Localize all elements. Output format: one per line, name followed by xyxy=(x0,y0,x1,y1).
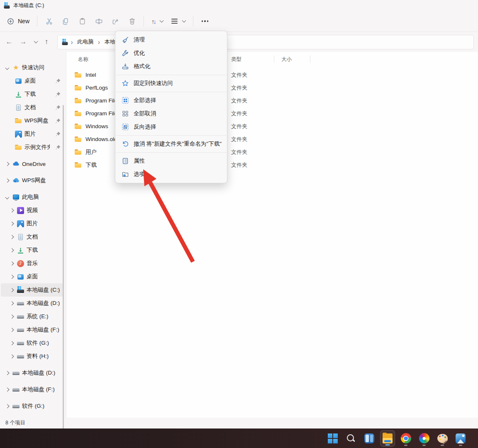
sidebar-item-data-h[interactable]: 资料 (H:) xyxy=(1,350,63,363)
paste-icon xyxy=(78,17,86,25)
star-gold-icon xyxy=(12,64,20,71)
rename-button[interactable] xyxy=(90,14,107,28)
column-divider[interactable] xyxy=(274,56,274,63)
menu-item-select-all[interactable]: 全部选择 xyxy=(117,94,225,107)
chevron-right-icon[interactable] xyxy=(9,314,15,319)
photos-button[interactable] xyxy=(453,430,468,447)
chevron-right-icon[interactable] xyxy=(4,178,10,183)
new-button[interactable]: New xyxy=(2,15,34,28)
sidebar-item-local-disk-f[interactable]: 本地磁盘 (F:) xyxy=(1,323,63,336)
download-icon xyxy=(17,247,24,254)
pin-icon xyxy=(55,91,61,97)
column-header-size[interactable]: 大小 xyxy=(281,56,292,63)
new-button-label: New xyxy=(18,18,29,24)
pin-icon xyxy=(55,78,61,84)
sidebar-item-pictures[interactable]: 图片 xyxy=(1,217,63,230)
file-explorer-button[interactable] xyxy=(380,430,395,447)
color-wheel-browser-button[interactable] xyxy=(417,430,432,447)
sidebar-item-documents[interactable]: 文档 xyxy=(1,230,63,243)
recent-locations-button[interactable] xyxy=(31,35,39,49)
sidebar-item-local-disk-f-root[interactable]: 本地磁盘 (F:) xyxy=(1,383,63,396)
monitor-icon xyxy=(12,194,20,201)
copy-button[interactable] xyxy=(57,14,74,28)
video-icon xyxy=(17,207,24,214)
paint-button[interactable] xyxy=(435,430,450,447)
up-button[interactable]: ↑ xyxy=(40,35,53,49)
chevron-right-icon[interactable] xyxy=(4,370,10,376)
sidebar-item-documents-pinned[interactable]: 文档 xyxy=(1,101,63,114)
more-button[interactable] xyxy=(197,14,213,28)
widgets-button[interactable] xyxy=(362,430,377,447)
column-divider[interactable] xyxy=(310,56,310,63)
menu-item-format[interactable]: 格式化 xyxy=(117,60,225,73)
chevron-right-icon[interactable] xyxy=(9,327,15,333)
sidebar-item-this-pc[interactable]: 此电脑 xyxy=(1,190,63,204)
breadcrumb-this-pc[interactable]: 此电脑 xyxy=(76,37,95,46)
chevron-right-icon[interactable] xyxy=(4,387,10,392)
menu-item-options[interactable]: 选项 xyxy=(117,168,225,181)
share-button[interactable] xyxy=(107,14,124,28)
menu-item-undo-rename[interactable]: 撤消 将"新建文件夹"重命名为"下载" xyxy=(117,137,225,151)
sidebar-item-local-disk-d-root[interactable]: 本地磁盘 (D:) xyxy=(1,366,63,380)
sidebar-scrollbar[interactable] xyxy=(63,105,64,448)
back-button[interactable]: ← xyxy=(2,35,16,49)
menu-item-invert-selection[interactable]: 反向选择 xyxy=(117,120,225,134)
chevron-right-icon[interactable] xyxy=(9,300,15,306)
chevron-right-icon[interactable] xyxy=(9,274,15,280)
chevron-right-icon[interactable] xyxy=(4,161,10,167)
taskbar-icons xyxy=(325,429,468,448)
sidebar-item-sample-folder-pinned[interactable]: 示例文件夹 xyxy=(1,141,63,154)
menu-item-optimize[interactable]: 优化 xyxy=(117,46,225,60)
window-title: 本地磁盘 (C:) xyxy=(13,2,44,9)
chevron-right-icon[interactable] xyxy=(9,261,15,266)
sidebar-item-pictures-pinned[interactable]: 图片 xyxy=(1,127,63,141)
menu-separator xyxy=(116,135,227,136)
chevron-right-icon[interactable] xyxy=(9,207,15,213)
chrome-button[interactable] xyxy=(398,430,413,447)
sidebar-item-local-disk-d[interactable]: 本地磁盘 (D:) xyxy=(1,297,63,310)
sort-button[interactable]: ↑↓ xyxy=(147,15,167,27)
menu-item-properties[interactable]: 属性 xyxy=(117,154,225,168)
view-button[interactable] xyxy=(167,16,190,26)
select-all-icon xyxy=(122,97,129,104)
sidebar-item-wps-cloud[interactable]: WPS网盘 xyxy=(1,174,63,187)
sidebar-item-system-e[interactable]: 系统 (E:) xyxy=(1,310,63,323)
sidebar-item-local-disk-c[interactable]: 本地磁盘 (C:) xyxy=(1,283,63,297)
screen: 本地磁盘 (C:) New xyxy=(0,0,478,448)
pin-icon xyxy=(55,105,61,111)
sidebar-item-downloads-pinned[interactable]: 下载 xyxy=(1,88,63,101)
pin-icon xyxy=(55,118,61,124)
chevron-right-icon[interactable] xyxy=(9,234,15,240)
chrome-icon xyxy=(401,433,411,443)
sidebar-item-videos[interactable]: 视频 xyxy=(1,204,63,217)
chevron-down-icon[interactable] xyxy=(4,65,10,71)
sidebar-item-wps-cloud-pinned[interactable]: WPS网盘 xyxy=(1,114,63,127)
search-button[interactable] xyxy=(344,430,358,447)
chevron-right-icon[interactable] xyxy=(9,287,15,293)
chevron-right-icon[interactable] xyxy=(4,403,10,409)
chevron-right-icon[interactable] xyxy=(9,353,15,359)
forward-button[interactable]: → xyxy=(17,35,30,49)
chevron-right-icon[interactable] xyxy=(9,247,15,253)
sidebar-item-desktop[interactable]: 桌面 xyxy=(1,270,63,283)
paste-button[interactable] xyxy=(74,14,90,28)
start-button[interactable] xyxy=(325,430,340,447)
menu-item-select-none[interactable]: 全部取消 xyxy=(117,107,225,120)
delete-button[interactable] xyxy=(124,14,140,28)
sidebar-item-quick-access[interactable]: 快速访问 xyxy=(1,61,63,74)
sidebar-item-downloads[interactable]: 下载 xyxy=(1,243,63,257)
chevron-right-icon[interactable] xyxy=(9,340,15,346)
menu-item-pin-to-quick-access[interactable]: 固定到快速访问 xyxy=(117,77,225,90)
menu-separator xyxy=(116,75,227,75)
sidebar-item-onedrive[interactable]: OneDrive xyxy=(1,157,63,170)
sidebar-item-software-g[interactable]: 软件 (G:) xyxy=(1,336,63,350)
cut-button[interactable] xyxy=(41,14,57,28)
folder-icon xyxy=(15,144,22,151)
menu-item-clean[interactable]: 清理 xyxy=(117,33,225,46)
sidebar-item-music[interactable]: 音乐 xyxy=(1,257,63,270)
sidebar-item-desktop-pinned[interactable]: 桌面 xyxy=(1,74,63,88)
chevron-right-icon[interactable] xyxy=(9,221,15,226)
pin-icon xyxy=(55,131,61,137)
sidebar-item-software-g-root[interactable]: 软件 (G:) xyxy=(1,399,63,413)
chevron-down-icon[interactable] xyxy=(4,194,10,200)
